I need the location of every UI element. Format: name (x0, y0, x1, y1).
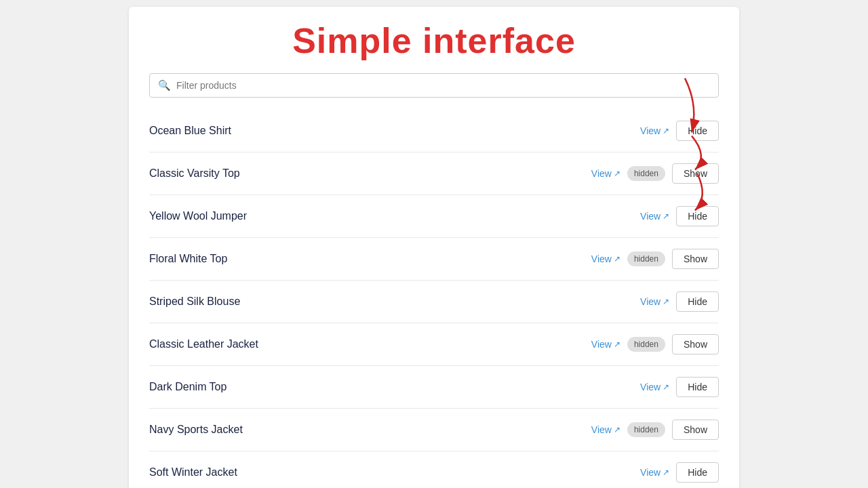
main-container: Simple interface 🔍 Ocean Blue ShirtView … (129, 7, 739, 488)
product-row: Navy Sports JacketView ↗hiddenShow (149, 409, 719, 451)
product-row-actions: View ↗Hide (640, 377, 719, 397)
product-row: Classic Varsity TopView ↗hiddenShow (149, 152, 719, 195)
view-link[interactable]: View ↗ (640, 296, 669, 307)
product-row-actions: View ↗hiddenShow (591, 249, 719, 269)
product-row: Striped Silk BlouseView ↗Hide (149, 281, 719, 323)
external-link-icon: ↗ (614, 340, 620, 349)
view-link[interactable]: View ↗ (640, 467, 669, 478)
view-link[interactable]: View ↗ (640, 382, 669, 392)
product-name: Classic Leather Jacket (149, 338, 591, 350)
product-row-actions: View ↗Hide (640, 121, 719, 141)
show-button[interactable]: Show (672, 334, 719, 354)
show-button[interactable]: Show (672, 420, 719, 440)
view-link[interactable]: View ↗ (640, 125, 669, 136)
product-name: Navy Sports Jacket (149, 424, 591, 436)
hidden-badge: hidden (627, 422, 665, 437)
hidden-badge: hidden (627, 166, 665, 181)
external-link-icon: ↗ (614, 425, 620, 434)
external-link-icon: ↗ (663, 468, 669, 477)
product-name: Dark Denim Top (149, 381, 640, 393)
product-row: Classic Leather JacketView ↗hiddenShow (149, 323, 719, 366)
external-link-icon: ↗ (663, 382, 669, 392)
product-name: Striped Silk Blouse (149, 296, 640, 308)
product-row: Soft Winter JacketView ↗Hide (149, 451, 719, 488)
hide-button[interactable]: Hide (676, 121, 719, 141)
hide-button[interactable]: Hide (676, 206, 719, 226)
hidden-badge: hidden (627, 251, 665, 266)
show-button[interactable]: Show (672, 163, 719, 184)
hide-button[interactable]: Hide (676, 291, 719, 312)
external-link-icon: ↗ (663, 211, 669, 221)
page-title: Simple interface (149, 20, 719, 61)
product-name: Yellow Wool Jumper (149, 210, 640, 222)
search-icon: 🔍 (158, 79, 171, 92)
product-row: Yellow Wool JumperView ↗Hide (149, 195, 719, 238)
search-bar: 🔍 (149, 73, 719, 98)
product-name: Classic Varsity Top (149, 167, 591, 180)
view-link[interactable]: View ↗ (591, 168, 620, 179)
product-name: Floral White Top (149, 253, 591, 265)
product-row-actions: View ↗hiddenShow (591, 163, 719, 184)
product-row: Dark Denim TopView ↗Hide (149, 366, 719, 409)
view-link[interactable]: View ↗ (591, 424, 620, 435)
external-link-icon: ↗ (663, 126, 669, 136)
product-row-actions: View ↗Hide (640, 462, 719, 483)
view-link[interactable]: View ↗ (591, 253, 620, 264)
hidden-badge: hidden (627, 337, 665, 352)
external-link-icon: ↗ (614, 254, 620, 264)
product-row-actions: View ↗hiddenShow (591, 420, 719, 440)
product-name: Ocean Blue Shirt (149, 125, 640, 137)
product-name: Soft Winter Jacket (149, 466, 640, 479)
product-row-actions: View ↗Hide (640, 206, 719, 226)
hide-button[interactable]: Hide (676, 377, 719, 397)
view-link[interactable]: View ↗ (640, 211, 669, 222)
hide-button[interactable]: Hide (676, 462, 719, 483)
view-link[interactable]: View ↗ (591, 339, 620, 350)
product-row: Ocean Blue ShirtView ↗Hide (149, 110, 719, 152)
product-row-actions: View ↗hiddenShow (591, 334, 719, 354)
external-link-icon: ↗ (663, 297, 669, 306)
search-input[interactable] (176, 80, 710, 91)
product-row-actions: View ↗Hide (640, 291, 719, 312)
product-row: Floral White TopView ↗hiddenShow (149, 238, 719, 281)
external-link-icon: ↗ (614, 169, 620, 178)
show-button[interactable]: Show (672, 249, 719, 269)
product-list: Ocean Blue ShirtView ↗HideClassic Varsit… (149, 110, 719, 488)
